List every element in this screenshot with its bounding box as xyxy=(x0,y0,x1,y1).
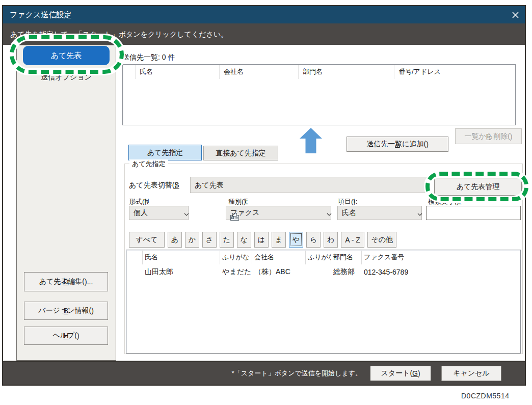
kana-filter-ma[interactable]: ま xyxy=(272,232,286,248)
address-book-switch-label: あて先表切替(S): xyxy=(129,177,179,193)
send-list[interactable]: 氏名 会社名 部門名 番号/アドレス xyxy=(122,64,516,125)
address-list-header-department[interactable]: 部門名 xyxy=(331,251,362,264)
tab-specify-destination[interactable]: あて先指定 xyxy=(128,145,202,160)
help-button[interactable]: ヘルプ(H) xyxy=(24,327,108,345)
address-list-row[interactable]: 山田太郎 やまだたろう （株）ABC 総務部 012-345-6789 xyxy=(127,264,520,280)
kana-filter-sa[interactable]: さ xyxy=(202,232,217,248)
address-list-header-company-kana[interactable]: ふりがな xyxy=(306,251,331,264)
edit-address-book-button[interactable]: あて先表編集(D)... xyxy=(24,272,108,291)
kana-filter-wa[interactable]: わ xyxy=(324,232,338,248)
send-list-header: 氏名 会社名 部門名 番号/アドレス xyxy=(123,65,515,79)
type-value: ファクス xyxy=(230,208,259,218)
item-label: 項目(I): xyxy=(338,197,357,206)
send-list-header-blank xyxy=(123,65,136,79)
address-list-header-fax[interactable]: ファクス番号 xyxy=(362,251,520,264)
send-list-header-number[interactable]: 番号/アドレス xyxy=(394,65,515,79)
address-list-header-name[interactable]: 氏名 xyxy=(143,251,220,264)
figure-caption: D0CZDM5514 xyxy=(461,392,509,400)
start-button[interactable]: スタート(G) xyxy=(370,366,431,381)
titlebar: ファクス送信設定 xyxy=(3,6,525,23)
remove-from-list-button: 一覧から削除(R) xyxy=(455,128,522,144)
kana-filter-ta[interactable]: た xyxy=(220,232,234,248)
format-label: 形式(N): xyxy=(129,197,148,206)
close-icon[interactable] xyxy=(510,10,521,20)
address-list-header-blank xyxy=(127,251,143,264)
instruction-text: あて先を指定して、「スタート」ボタンをクリックしてください。 xyxy=(10,23,228,45)
address-list[interactable]: 氏名 ふりがな 会社名 ふりがな 部門名 ファクス番号 山田太郎 やまだたろう … xyxy=(126,250,521,354)
contact-kana: やまだたろう xyxy=(220,267,252,277)
type-select[interactable]: ファクス xyxy=(226,206,331,220)
kana-filter-row: すべて あ か さ た な は ま や ら わ A - Z その他 xyxy=(129,232,396,248)
fax-send-settings-dialog: ファクス送信設定 あて先を指定して、「スタート」ボタンをクリックしてください。 … xyxy=(2,5,526,386)
add-to-send-list-button[interactable]: 送信先一覧に追加(A) xyxy=(347,137,448,152)
send-list-header-company[interactable]: 会社名 xyxy=(220,65,299,79)
kana-filter-na[interactable]: な xyxy=(237,232,251,248)
search-label: 検索文字(U): xyxy=(428,197,461,206)
tab-direct-destination[interactable]: 直接あて先指定 xyxy=(203,146,278,160)
contact-company: （株）ABC xyxy=(252,267,306,277)
sidebar-item-address-book[interactable]: あて先表 xyxy=(23,46,110,65)
send-list-header-name[interactable]: 氏名 xyxy=(136,65,220,79)
type-label: 種別(T): xyxy=(228,197,248,206)
format-value: 個人 xyxy=(134,208,148,218)
format-select[interactable]: 個人 xyxy=(129,206,189,220)
contact-department: 総務部 xyxy=(331,267,362,277)
kana-filter-ha[interactable]: は xyxy=(254,232,269,248)
up-arrow-icon xyxy=(300,128,322,153)
kana-filter-az[interactable]: A - Z xyxy=(341,232,364,248)
version-info-button[interactable]: バージョン情報(B) xyxy=(24,302,108,320)
kana-filter-a[interactable]: あ xyxy=(168,232,182,248)
address-book-switch-field[interactable]: あて先表 xyxy=(190,177,427,193)
send-list-header-department[interactable]: 部門名 xyxy=(299,65,394,79)
kana-filter-ra[interactable]: ら xyxy=(306,232,321,248)
contact-name: 山田太郎 xyxy=(143,267,220,277)
kana-filter-ya-selected[interactable]: や xyxy=(289,232,303,248)
item-select[interactable]: 氏名 xyxy=(337,206,422,220)
send-list-count: 送信先一覧: 0 件 xyxy=(122,53,175,62)
kana-filter-ka[interactable]: か xyxy=(185,232,199,248)
kana-filter-other[interactable]: その他 xyxy=(367,232,396,248)
item-value: 氏名 xyxy=(342,208,356,218)
address-list-header: 氏名 ふりがな 会社名 ふりがな 部門名 ファクス番号 xyxy=(127,251,520,264)
manage-address-book-button[interactable]: あて先表管理 xyxy=(434,178,522,196)
destination-group-title: あて先指定 xyxy=(129,159,168,168)
instruction-bar: あて先を指定して、「スタート」ボタンをクリックしてください。 xyxy=(3,23,525,45)
address-list-header-kana[interactable]: ふりがな xyxy=(220,251,252,264)
cancel-button[interactable]: キャンセル xyxy=(441,366,501,381)
sidebar-item-send-options[interactable]: 送信オプション xyxy=(17,71,116,84)
contact-fax-number: 012-345-6789 xyxy=(362,268,520,276)
kana-filter-all[interactable]: すべて xyxy=(129,232,165,248)
window-title: ファクス送信設定 xyxy=(10,6,71,23)
footer-note: *「スタート」ボタンで送信を開始します。 xyxy=(232,369,362,378)
footer-bar: *「スタート」ボタンで送信を開始します。 スタート(G) キャンセル xyxy=(3,361,525,385)
search-input[interactable] xyxy=(426,206,521,220)
address-list-header-company[interactable]: 会社名 xyxy=(252,251,306,264)
